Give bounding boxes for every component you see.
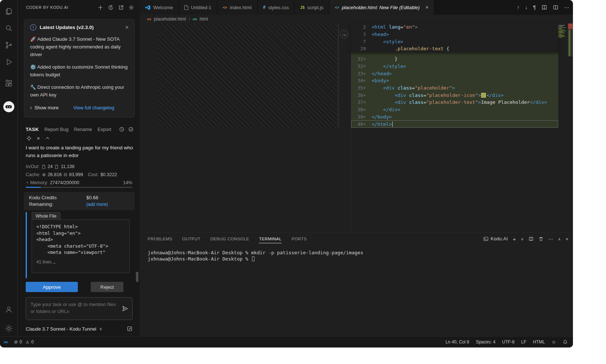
check-circle-icon[interactable] xyxy=(128,127,134,132)
explorer-icon[interactable] xyxy=(3,6,14,17)
code-line: 40+</html> xyxy=(351,120,558,128)
sidebar-scrollbar-thumb[interactable] xyxy=(136,272,138,282)
terminal-line: jxhnawa@Johns-MacBook-Air Desktop % mkdi… xyxy=(148,250,573,256)
warnings-status[interactable]: ⚠0 xyxy=(26,339,34,345)
terminal-line: jxhnawa@Johns-MacBook-Air Desktop % xyxy=(148,256,251,262)
indentation-status[interactable]: Spaces: 4 xyxy=(476,339,495,345)
cache-stats-row: Cache: ⊕ 26,816 ⊟ 83,999 Cost: $0.3222 xyxy=(26,172,132,177)
gauge-icon: ◔ xyxy=(26,180,28,185)
history-icon[interactable] xyxy=(108,5,113,10)
tab-untitled-1[interactable]: Untitled-1 xyxy=(179,0,217,15)
show-more-toggle[interactable]: ›Show more xyxy=(30,105,58,110)
add-credits-link[interactable]: (add more) xyxy=(86,201,130,208)
extensions-icon[interactable] xyxy=(3,78,14,89)
close-tab-icon[interactable]: × xyxy=(426,4,429,10)
minimap-mark xyxy=(558,30,566,31)
encoding-status[interactable]: UTF-8 xyxy=(502,339,515,345)
more-actions-icon[interactable]: ⋯ xyxy=(548,236,553,242)
source-control-icon[interactable] xyxy=(3,40,14,51)
tab-styles-css[interactable]: # styles.css xyxy=(257,0,295,15)
language-mode-status[interactable]: HTML xyxy=(533,339,545,345)
tab-placeholder-html[interactable]: <> placeholder.html: New File (Editable)… xyxy=(329,0,434,15)
split-editor-icon[interactable] xyxy=(553,4,559,10)
line-number: 33+ xyxy=(351,71,372,76)
notifications-bell-icon[interactable] xyxy=(563,339,568,345)
report-bug-link[interactable]: Report Bug xyxy=(44,127,69,132)
memory-progress-bar xyxy=(26,187,132,188)
kill-terminal-trash-icon[interactable] xyxy=(538,236,544,241)
panel-tab-output[interactable]: OUTPUT xyxy=(182,233,201,245)
eol-status[interactable]: LF xyxy=(521,339,526,345)
minimap-mark xyxy=(558,26,563,27)
sidebar-title: CODER BY KODU.AI xyxy=(26,5,68,10)
panel-tab-ports[interactable]: PORTS xyxy=(292,233,307,245)
tab-welcome[interactable]: Welcome xyxy=(140,0,179,15)
open-preview-icon[interactable] xyxy=(541,4,547,10)
account-icon[interactable] xyxy=(3,304,14,315)
split-terminal-icon[interactable] xyxy=(529,236,534,241)
export-link[interactable]: Export xyxy=(98,127,112,132)
kodu-extension-icon[interactable] xyxy=(3,101,14,112)
panel-tab-problems[interactable]: PROBLEMS xyxy=(148,233,172,245)
close-task-icon[interactable]: × xyxy=(37,135,40,141)
terminal-output[interactable]: jxhnawa@Johns-MacBook-Air Desktop % mkdi… xyxy=(140,245,573,262)
arrow-down-icon[interactable]: ↓ xyxy=(525,4,527,10)
diff-editor: → 2<html lang="en">3<head>7 <style>29 .p… xyxy=(140,23,573,232)
arrow-up-icon[interactable]: ↑ xyxy=(517,4,519,10)
more-actions-icon[interactable]: ⋯ xyxy=(564,4,569,10)
changelog-link[interactable]: View full changelog xyxy=(73,105,114,110)
model-selector[interactable]: Claude 3.7 Sonnet - Kodu Tunnel ∨ xyxy=(26,326,133,332)
terminal-panel: PROBLEMS OUTPUT DEBUG CONSOLE TERMINAL P… xyxy=(140,232,573,336)
breadcrumb-file[interactable]: placeholder.html xyxy=(154,17,186,22)
document-in-icon xyxy=(42,164,46,169)
errors-status[interactable]: ⊘0 xyxy=(14,339,22,345)
close-panel-icon[interactable]: × xyxy=(566,236,569,242)
target-icon[interactable] xyxy=(26,136,32,141)
minimap[interactable] xyxy=(558,24,567,79)
editor-scrollbar[interactable] xyxy=(568,23,573,232)
chevron-down-icon: ∨ xyxy=(99,327,102,331)
send-icon[interactable] xyxy=(122,306,128,312)
approve-button[interactable]: Approve xyxy=(26,282,78,292)
maximize-panel-icon[interactable]: ∧ xyxy=(558,237,561,241)
sidebar-header: CODER BY KODU.AI xyxy=(18,0,140,15)
task-input[interactable] xyxy=(30,301,119,316)
chevron-down-icon[interactable]: ∨ xyxy=(521,237,524,241)
html-file-icon: <> xyxy=(147,17,151,21)
clock-icon[interactable] xyxy=(119,127,125,132)
new-task-icon[interactable] xyxy=(98,5,103,10)
breadcrumb-symbol[interactable]: html xyxy=(199,17,208,22)
cursor-position-status[interactable]: Ln 40, Col 8 xyxy=(446,339,469,345)
terminal-shell-selector[interactable]: Kodu.AI xyxy=(483,236,508,241)
minimap-mark xyxy=(558,35,564,36)
diff-original-pane xyxy=(140,23,351,232)
chevron-up-icon[interactable] xyxy=(45,136,50,141)
memory-stats-row: ◔ Memory: 27474/200000 14% xyxy=(26,180,132,185)
new-terminal-icon[interactable]: + xyxy=(513,236,516,242)
rename-link[interactable]: Rename xyxy=(74,127,92,132)
diff-empty-hatch xyxy=(158,23,337,128)
diff-arrow-button[interactable]: → xyxy=(340,30,349,39)
whole-file-tab[interactable]: Whole File xyxy=(32,212,61,219)
line-number: 34+ xyxy=(351,78,372,83)
open-in-editor-icon[interactable] xyxy=(118,5,124,10)
settings-gear-icon[interactable] xyxy=(129,5,134,10)
code-line: 29 .placeholder-text { xyxy=(351,45,558,52)
tab-script-js[interactable]: JS script.js xyxy=(295,0,329,15)
memory-percent: 14% xyxy=(123,180,132,185)
panel-tab-terminal[interactable]: TERMINAL xyxy=(259,233,281,245)
reject-button[interactable]: Reject xyxy=(91,282,123,292)
close-icon[interactable]: × xyxy=(125,25,129,30)
code-line: 32+ </style> xyxy=(351,63,558,70)
settings-gear-icon[interactable] xyxy=(3,323,14,334)
remote-indicator-icon[interactable]: >< xyxy=(4,340,7,345)
pilcrow-icon[interactable]: ¶ xyxy=(533,4,536,10)
tab-index-html[interactable]: <> index.html xyxy=(217,0,257,15)
run-debug-icon[interactable] xyxy=(3,57,14,68)
feedback-smiley-icon[interactable]: ☺ xyxy=(552,339,556,345)
panel-tab-debug-console[interactable]: DEBUG CONSOLE xyxy=(210,233,249,245)
prompt-editor-icon[interactable] xyxy=(127,326,133,332)
search-icon[interactable] xyxy=(3,23,14,34)
code-line: 35+ <div class="placeholder"> xyxy=(351,84,558,92)
credits-label-line1: Kodu Credits xyxy=(29,194,57,201)
